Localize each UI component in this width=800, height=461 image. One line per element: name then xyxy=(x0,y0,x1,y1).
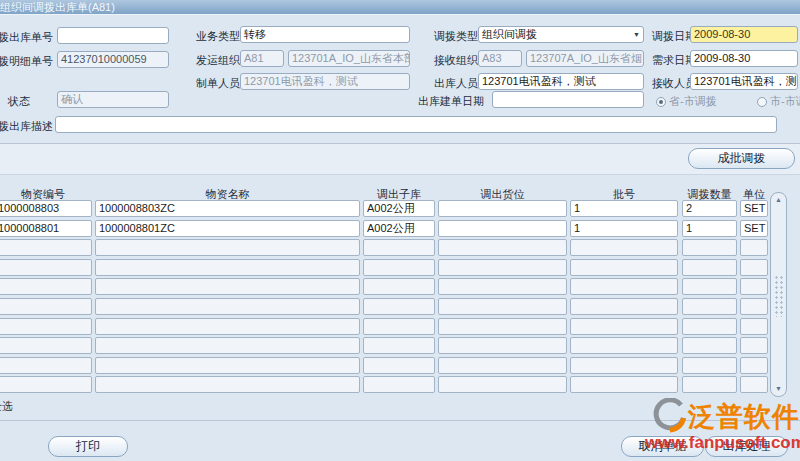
transfer-type-label: 调拨类型 xyxy=(434,29,478,44)
transfer-date-field[interactable]: 2009-08-30 xyxy=(690,26,798,43)
grid-cell[interactable] xyxy=(682,376,737,393)
grid-cell[interactable] xyxy=(438,278,567,295)
window-titlebar: 组织间调拨出库单(A81) xyxy=(0,0,800,15)
grid-cell[interactable] xyxy=(740,337,768,354)
scrollbar-thumb[interactable] xyxy=(774,275,783,317)
grid-cell[interactable] xyxy=(682,337,737,354)
grid-cell[interactable] xyxy=(0,239,92,256)
grid-cell[interactable] xyxy=(570,337,678,354)
status-label: 状态 xyxy=(8,94,30,109)
grid-cell[interactable] xyxy=(0,376,92,393)
grid-cell[interactable] xyxy=(0,357,92,374)
grid-cell[interactable] xyxy=(438,220,567,237)
grid-cell[interactable] xyxy=(0,318,92,335)
grid-cell[interactable] xyxy=(682,357,737,374)
chevron-down-icon[interactable]: ▼ xyxy=(633,31,640,39)
ship-org-code-field: A81 xyxy=(240,50,284,67)
grid-scrollbar[interactable]: ▲ ▼ xyxy=(770,192,787,397)
ship-org-name-field: 123701A_IO_山东省本部_I xyxy=(288,50,410,67)
outbound-process-button[interactable]: 出库处理 xyxy=(705,436,788,457)
grid-cell[interactable] xyxy=(0,259,92,276)
grid-cell[interactable] xyxy=(740,239,768,256)
grid-cell[interactable] xyxy=(363,357,435,374)
grid-cell[interactable] xyxy=(438,200,567,217)
grid-cell[interactable] xyxy=(570,376,678,393)
grid-cell[interactable]: SET xyxy=(740,220,768,237)
grid-cell[interactable]: A002公用 xyxy=(363,220,435,237)
grid-cell[interactable] xyxy=(363,259,435,276)
grid-cell[interactable] xyxy=(740,357,768,374)
grid-cell[interactable] xyxy=(95,298,360,315)
grid-cell[interactable] xyxy=(95,318,360,335)
grid-cell[interactable] xyxy=(682,298,737,315)
grid-cell[interactable] xyxy=(95,337,360,354)
receiver-field[interactable]: 123701电讯盈科，测试 xyxy=(690,73,798,90)
grid-cell[interactable] xyxy=(438,239,567,256)
grid-cell[interactable]: 1000008801 xyxy=(0,220,92,237)
receive-org-name-field: 123707A_IO_山东省烟台_ xyxy=(526,50,644,67)
grid-cell[interactable]: 1000008803ZC xyxy=(95,200,360,217)
grid-cell[interactable] xyxy=(682,239,737,256)
grid-cell[interactable] xyxy=(740,298,768,315)
grid-cell[interactable] xyxy=(570,318,678,335)
grid-cell[interactable]: 1000008803 xyxy=(0,200,92,217)
grid-cell[interactable]: 1 xyxy=(570,220,678,237)
grid-cell[interactable] xyxy=(682,259,737,276)
grid-cell[interactable] xyxy=(95,259,360,276)
grid-cell[interactable]: 1 xyxy=(682,220,737,237)
grid-cell[interactable] xyxy=(438,259,567,276)
grid-cell[interactable] xyxy=(570,278,678,295)
grid-cell[interactable] xyxy=(740,278,768,295)
grid-cell[interactable] xyxy=(570,259,678,276)
grid-cell[interactable] xyxy=(0,278,92,295)
print-button[interactable]: 打印 xyxy=(48,436,128,457)
grid-cell[interactable] xyxy=(95,239,360,256)
grid-cell[interactable] xyxy=(570,298,678,315)
grid-cell[interactable] xyxy=(438,298,567,315)
grid-cell[interactable] xyxy=(95,357,360,374)
grid-cell[interactable]: 2 xyxy=(682,200,737,217)
cancel-doc-button[interactable]: 取消单据 xyxy=(621,436,704,457)
table-row xyxy=(0,259,800,276)
grid-cell[interactable] xyxy=(363,278,435,295)
outbound-create-date-field[interactable] xyxy=(492,91,644,108)
fanpu-logo-icon xyxy=(650,398,688,434)
select-all-label: 全选 xyxy=(0,399,13,414)
grid-cell[interactable] xyxy=(570,357,678,374)
grid-cell[interactable] xyxy=(682,318,737,335)
grid-cell[interactable] xyxy=(438,318,567,335)
grid-cell[interactable] xyxy=(438,376,567,393)
outbound-no-field[interactable] xyxy=(57,27,169,44)
table-row xyxy=(0,376,800,393)
grid-cell[interactable] xyxy=(0,337,92,354)
grid-cell[interactable]: SET xyxy=(740,200,768,217)
business-type-field[interactable]: 转移 xyxy=(240,26,410,43)
scroll-down-icon[interactable]: ▼ xyxy=(771,385,786,393)
grid-cell[interactable] xyxy=(438,337,567,354)
grid-cell[interactable] xyxy=(438,357,567,374)
grid-cell[interactable] xyxy=(95,376,360,393)
grid-cell[interactable] xyxy=(363,376,435,393)
grid-cell[interactable]: 1000008801ZC xyxy=(95,220,360,237)
scroll-up-icon[interactable]: ▲ xyxy=(771,196,786,204)
grid-cell[interactable] xyxy=(740,318,768,335)
grid-cell[interactable]: A002公用 xyxy=(363,200,435,217)
grid-cell[interactable] xyxy=(740,376,768,393)
transfer-type-dropdown[interactable]: 组织间调拨 ▼ xyxy=(478,26,644,43)
grid-cell[interactable] xyxy=(740,259,768,276)
grid-cell[interactable] xyxy=(682,278,737,295)
radio-city-city-transfer[interactable]: 市-市调拨 xyxy=(757,94,800,109)
grid-cell[interactable] xyxy=(0,298,92,315)
grid-cell[interactable] xyxy=(570,239,678,256)
grid-cell[interactable]: 1 xyxy=(570,200,678,217)
description-field[interactable] xyxy=(55,116,777,133)
grid-cell[interactable] xyxy=(363,298,435,315)
batch-transfer-button[interactable]: 成批调拨 xyxy=(688,148,795,169)
grid-cell[interactable] xyxy=(363,318,435,335)
demand-date-field[interactable]: 2009-08-30 xyxy=(690,50,798,67)
radio-province-city-transfer[interactable]: 省-市调拨 xyxy=(656,94,717,109)
grid-cell[interactable] xyxy=(95,278,360,295)
grid-cell[interactable] xyxy=(363,239,435,256)
grid-cell[interactable] xyxy=(363,337,435,354)
outbound-person-field[interactable]: 123701电讯盈科，测试 xyxy=(478,73,644,90)
